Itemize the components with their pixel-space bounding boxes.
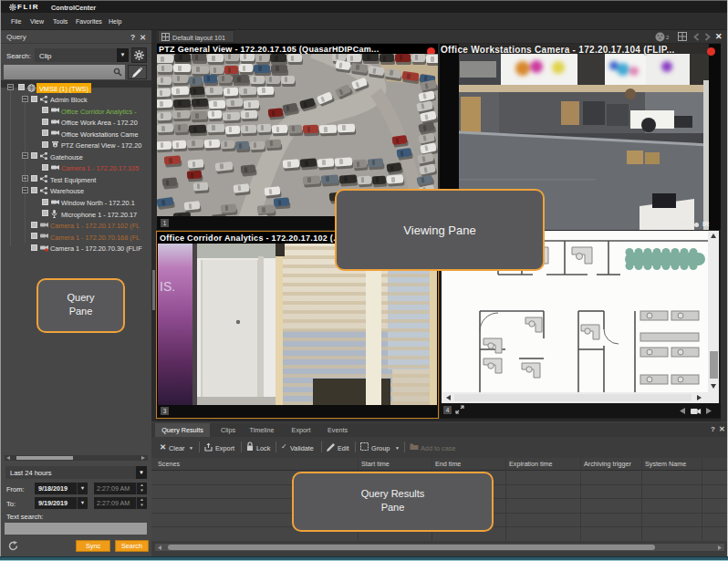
svg-text:IS.: IS. [160, 279, 175, 294]
